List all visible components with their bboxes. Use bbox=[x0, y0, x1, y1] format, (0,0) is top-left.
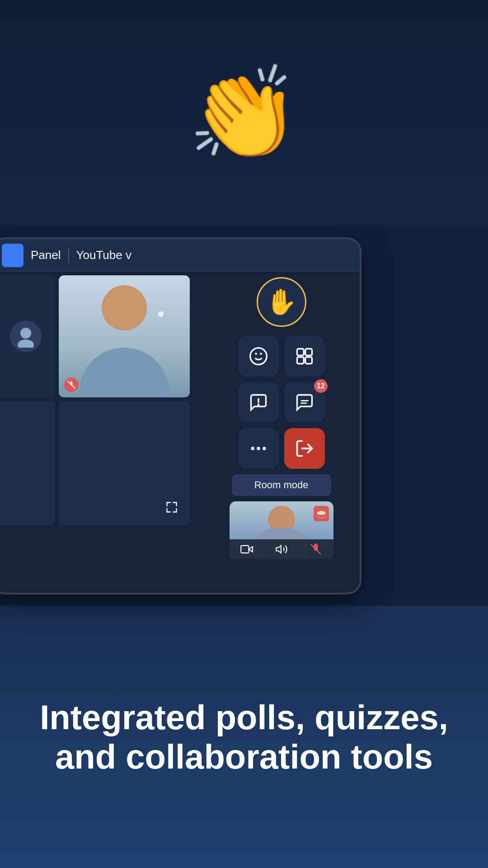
emoji-reaction-button[interactable] bbox=[238, 336, 279, 377]
panel-label: Panel bbox=[31, 248, 61, 262]
svg-point-0 bbox=[20, 328, 31, 339]
raise-hand-icon: ✋ bbox=[266, 287, 297, 317]
svg-point-14 bbox=[251, 447, 254, 450]
clapping-emoji: 👏 bbox=[188, 68, 300, 158]
bottom-section: Integrated polls, quizzes, and collabora… bbox=[0, 606, 488, 868]
bottom-headline: Integrated polls, quizzes, and collabora… bbox=[36, 698, 452, 777]
top-section: 👏 bbox=[0, 0, 488, 226]
svg-rect-7 bbox=[305, 349, 312, 356]
tablet-frame: Panel YouTube v bbox=[0, 237, 361, 594]
svg-rect-6 bbox=[297, 349, 304, 356]
poll-question-button[interactable] bbox=[238, 382, 279, 423]
preview-audio-button[interactable] bbox=[273, 541, 290, 557]
svg-marker-19 bbox=[276, 546, 281, 553]
mute-icon bbox=[64, 377, 79, 392]
leave-room-button[interactable] bbox=[284, 428, 325, 469]
expand-button[interactable] bbox=[160, 495, 183, 519]
preview-camera-button[interactable] bbox=[239, 541, 255, 557]
svg-point-15 bbox=[257, 447, 260, 450]
more-options-button[interactable] bbox=[238, 428, 279, 469]
tablet-section: Panel YouTube v bbox=[0, 226, 488, 606]
preview-mute-button[interactable] bbox=[308, 541, 324, 557]
tablet-main: Albert Flores ✋ bbox=[0, 272, 360, 593]
svg-rect-18 bbox=[241, 546, 249, 553]
sidebar-controls: ✋ bbox=[203, 272, 360, 593]
video-cell-bottomright bbox=[59, 401, 190, 525]
svg-point-11 bbox=[258, 405, 259, 406]
video-grid: Albert Flores bbox=[0, 272, 203, 593]
video-preview-thumbnail: 🥁 bbox=[230, 501, 333, 559]
avatar-circle bbox=[10, 321, 42, 352]
avatar-cell-topleft bbox=[0, 275, 55, 397]
preview-controls-bar bbox=[230, 539, 333, 559]
chat-badge: 12 bbox=[314, 379, 328, 393]
chat-button[interactable]: 12 bbox=[284, 382, 325, 423]
youtube-label: YouTube v bbox=[76, 248, 131, 262]
room-mode-bar[interactable]: Room mode bbox=[232, 474, 331, 496]
svg-rect-9 bbox=[305, 357, 312, 364]
header-divider bbox=[68, 248, 69, 263]
video-cell-bottomleft bbox=[0, 401, 55, 525]
room-mode-label: Room mode bbox=[254, 479, 309, 491]
svg-rect-8 bbox=[297, 357, 304, 364]
svg-point-1 bbox=[18, 340, 34, 348]
header-blue-button[interactable] bbox=[2, 244, 23, 267]
svg-point-3 bbox=[250, 348, 267, 365]
tablet-header: Panel YouTube v bbox=[0, 239, 360, 272]
svg-point-16 bbox=[263, 447, 266, 450]
drum-icon: 🥁 bbox=[314, 506, 329, 521]
grid-layout-button[interactable] bbox=[284, 336, 325, 377]
main-speaker-cell: Albert Flores bbox=[59, 275, 190, 397]
raise-hand-button[interactable]: ✋ bbox=[257, 277, 306, 327]
control-grid: 12 bbox=[238, 336, 325, 469]
